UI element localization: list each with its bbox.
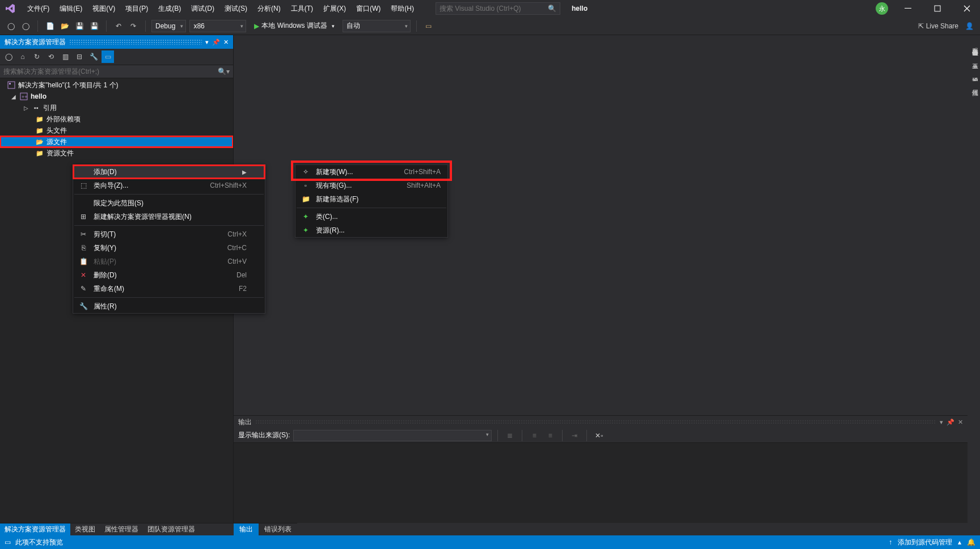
platform-combo[interactable]: x86 <box>189 20 246 32</box>
notification-bell-icon[interactable]: 🔔 <box>967 538 975 546</box>
sub-new-filter[interactable]: 📁 新建筛选器(F) <box>295 192 447 206</box>
output-clear-all-icon[interactable]: ✕▫ <box>593 429 605 442</box>
menu-tools[interactable]: 工具(T) <box>286 2 318 16</box>
tab-solution-explorer[interactable]: 解决方案资源管理器 <box>0 523 70 535</box>
open-file-button[interactable]: 📂 <box>58 20 71 32</box>
tab-team-explorer[interactable]: 团队资源管理器 <box>143 523 200 535</box>
solution-explorer-search[interactable]: 🔍▾ <box>0 65 233 78</box>
back-nav-icon[interactable]: ◯ <box>2 50 15 63</box>
project-node[interactable]: ◢ ++ hello <box>0 91 233 102</box>
output-indent-icon[interactable]: ⇥ <box>568 429 581 442</box>
home-icon[interactable]: ⌂ <box>16 50 29 63</box>
pending-changes-icon[interactable]: ⟲ <box>45 50 57 63</box>
close-icon[interactable]: ✕ <box>223 39 229 46</box>
source-control-button[interactable]: 添加到源代码管理 <box>898 538 952 547</box>
output-body[interactable] <box>234 443 968 523</box>
notifications-tab[interactable]: 通知 <box>968 69 980 77</box>
save-all-button[interactable]: 💾 <box>88 20 100 32</box>
expand-icon[interactable]: ▷ <box>23 105 29 111</box>
ctx-rename[interactable]: ✎ 重命名(M) F2 <box>73 282 265 295</box>
collapse-all-icon[interactable]: ⊟ <box>73 50 86 63</box>
feedback-button[interactable]: 👤 <box>963 20 975 32</box>
menu-window[interactable]: 窗口(W) <box>352 2 385 16</box>
save-button[interactable]: 💾 <box>73 20 86 32</box>
references-node[interactable]: ▷ ▪▪ 引用 <box>0 102 233 113</box>
ctx-scope-to[interactable]: 限定为此范围(S) <box>73 196 265 210</box>
user-avatar[interactable]: 永 <box>876 2 888 15</box>
output-wrap-icon[interactable]: ≡ <box>528 429 540 442</box>
menu-build[interactable]: 生成(B) <box>154 2 185 16</box>
header-files-node[interactable]: 📁 头文件 <box>0 125 233 136</box>
show-all-files-icon[interactable]: ▥ <box>59 50 71 63</box>
properties-tab[interactable]: 属性 <box>968 81 980 89</box>
menu-file[interactable]: 文件(F) <box>23 2 54 16</box>
resource-files-node[interactable]: 📁 资源文件 <box>0 147 233 159</box>
menu-debug[interactable]: 调试(D) <box>187 2 219 16</box>
dropdown-icon[interactable]: ▾ <box>205 39 209 46</box>
menu-project[interactable]: 项目(P) <box>121 2 153 16</box>
menu-edit[interactable]: 编辑(E) <box>55 2 87 16</box>
sub-existing-item[interactable]: ▫ 现有项(G)... Shift+Alt+A <box>295 179 447 192</box>
panel-drag-handle[interactable] <box>255 420 936 424</box>
redo-button[interactable]: ↷ <box>127 20 140 32</box>
maximize-button[interactable] <box>928 2 947 15</box>
tab-errors[interactable]: 错误列表 <box>259 523 297 535</box>
tab-property-manager[interactable]: 属性管理器 <box>100 523 143 535</box>
solution-label: 解决方案"hello"(1 个项目/共 1 个) <box>18 81 119 90</box>
ctx-add[interactable]: 添加(D) ▶ <box>73 165 265 179</box>
menu-help[interactable]: 帮助(H) <box>386 2 419 16</box>
solution-explorer-header[interactable]: 解决方案资源管理器 ▾ 📌 ✕ <box>0 35 233 49</box>
quick-launch-search[interactable]: 🔍 <box>436 2 560 15</box>
undo-button[interactable]: ↶ <box>112 20 125 32</box>
config-combo[interactable]: Debug <box>151 20 186 32</box>
menu-analyze[interactable]: 分析(N) <box>253 2 285 16</box>
toolbox-tab[interactable]: 工具箱 <box>968 56 980 64</box>
sub-class[interactable]: ✦ 类(C)... <box>295 210 447 223</box>
sub-new-item[interactable]: ✧ 新建项(W)... Ctrl+Shift+A <box>295 165 447 179</box>
external-deps-node[interactable]: 📁 外部依赖项 <box>0 113 233 125</box>
chevron-down-icon: ▾ <box>332 23 335 29</box>
solution-search-input[interactable] <box>3 67 218 75</box>
output-header[interactable]: 输出 ▾ 📌 ✕ <box>234 416 968 428</box>
search-icon: 🔍 <box>548 5 556 12</box>
ctx-delete[interactable]: ✕ 删除(D) Del <box>73 268 265 282</box>
ctx-new-solution-view[interactable]: ⊞ 新建解决方案资源管理器视图(N) <box>73 210 265 223</box>
start-debug-button[interactable]: ▶ 本地 Windows 调试器 ▾ <box>250 20 339 32</box>
output-source-combo[interactable] <box>293 430 492 441</box>
liveshare-button[interactable]: ⇱ Live Share <box>918 22 958 30</box>
dropdown-icon[interactable]: ▾ <box>940 419 943 426</box>
menu-test[interactable]: 测试(S) <box>220 2 252 16</box>
new-project-button[interactable]: 📄 <box>44 20 56 32</box>
solution-node[interactable]: 解决方案"hello"(1 个项目/共 1 个) <box>0 79 233 91</box>
menu-extensions[interactable]: 扩展(X) <box>319 2 350 16</box>
toolbar-extra-button[interactable]: ▭ <box>423 20 435 32</box>
minimize-button[interactable] <box>898 2 918 15</box>
tab-class-view[interactable]: 类视图 <box>70 523 100 535</box>
close-icon[interactable]: ✕ <box>958 419 963 426</box>
ctx-cut[interactable]: ✂ 剪切(T) Ctrl+X <box>73 227 265 241</box>
ctx-properties[interactable]: 🔧 属性(R) <box>73 299 265 313</box>
panel-drag-handle[interactable] <box>69 39 202 45</box>
properties-icon[interactable]: 🔧 <box>87 50 100 63</box>
preview-icon[interactable]: ▭ <box>102 50 114 63</box>
tab-output[interactable]: 输出 <box>234 523 259 535</box>
source-files-node[interactable]: 📂 源文件 <box>0 136 233 147</box>
close-button[interactable] <box>957 2 977 15</box>
pin-icon[interactable]: 📌 <box>947 419 954 426</box>
ctx-class-wizard[interactable]: ⬚ 类向导(Z)... Ctrl+Shift+X <box>73 179 265 192</box>
quick-launch-input[interactable] <box>440 5 548 12</box>
expand-icon[interactable]: ◢ <box>10 94 17 100</box>
nav-fwd-button[interactable]: ◯ <box>19 20 32 32</box>
sub-resource[interactable]: ✦ 资源(R)... <box>295 223 447 237</box>
output-clear-icon[interactable]: ≣ <box>504 429 516 442</box>
server-explorer-tab[interactable]: 服务器资源管理器 <box>968 40 980 51</box>
menu-view[interactable]: 视图(V) <box>88 2 120 16</box>
chevron-up-icon[interactable]: ▴ <box>958 538 961 546</box>
sync-icon[interactable]: ↻ <box>31 50 43 63</box>
ctx-copy[interactable]: ⎘ 复制(Y) Ctrl+C <box>73 241 265 255</box>
pin-icon[interactable]: 📌 <box>212 39 220 46</box>
nav-back-button[interactable]: ◯ <box>5 20 17 32</box>
sub-new-item-shortcut: Ctrl+Shift+A <box>404 168 441 176</box>
output-toggle-icon[interactable]: ≡ <box>544 429 556 442</box>
auto-combo[interactable]: 自动 <box>343 20 411 32</box>
